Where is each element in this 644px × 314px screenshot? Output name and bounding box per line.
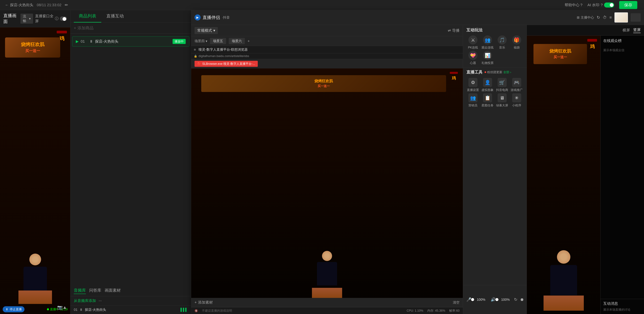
horizontal-view-btn[interactable]: 横屏 xyxy=(622,28,630,33)
audio-pause-icon[interactable]: ⏸ xyxy=(80,308,83,312)
obs-store-sign: 鸡 xyxy=(450,72,458,74)
virtual-avatar-item[interactable]: 👤 虚拟形象 xyxy=(481,78,494,92)
play-icon[interactable]: ▶ xyxy=(76,39,79,44)
vertical-view-btn[interactable]: 竖屏 xyxy=(633,27,641,33)
camera-button[interactable]: 📷▲ xyxy=(57,305,67,310)
guide-button[interactable]: ⇌ 导播 xyxy=(448,28,460,33)
bbq-banner: 烧烤狂欢肌买一送一 xyxy=(5,38,60,58)
lock-icon: 🔒 xyxy=(194,55,197,58)
add-product-button[interactable]: + 添加商品 xyxy=(74,25,188,31)
obs-food xyxy=(312,288,342,298)
mini-program-item[interactable]: ✳ 小程序 xyxy=(510,93,523,107)
menu-icon[interactable]: ≡ xyxy=(610,15,612,20)
audio-item[interactable]: 01 ⏸ 探店-火热街头 ▌▌▌ xyxy=(70,305,191,314)
browser-dot xyxy=(194,49,196,51)
left-digital-human xyxy=(18,254,52,304)
scene-label: 场景四 xyxy=(194,39,204,43)
live-settings-item[interactable]: ⚙ 直播设置 xyxy=(466,78,480,92)
fans-update-text: 粉丝团更新 xyxy=(487,70,502,74)
companion-title: 直播伴侣 xyxy=(202,15,220,21)
tab-qa-library[interactable]: 问答库 xyxy=(89,288,101,294)
save-button[interactable]: 保存 xyxy=(619,1,637,9)
top-bar-left: ← 探店-火热街头 08/11 21:33:02 ✏ xyxy=(5,3,68,8)
fullscreen-label: 直播窗口全屏 xyxy=(35,14,54,24)
refresh-icon[interactable]: ↻ xyxy=(597,15,600,20)
app-item[interactable]: 🔴 SLBrowser.exe 嗖灵-数字人直播平台-... xyxy=(194,61,258,67)
live-settings-icon: ⚙ xyxy=(468,78,478,87)
fullscreen-toggle[interactable] xyxy=(60,17,67,21)
mic-icon[interactable]: 🎤 xyxy=(466,297,472,302)
tab-live-interact[interactable]: 直播互动 xyxy=(101,10,129,23)
music-icon: 🎵 xyxy=(498,36,507,45)
mode-select[interactable]: 常规模式 ▾ xyxy=(194,27,218,34)
audience-notice: 展示本场观众信 xyxy=(603,48,641,53)
wish-icon: 💝 xyxy=(468,51,478,60)
clear-button[interactable]: 清空 xyxy=(453,300,460,305)
add-scene-button[interactable]: + xyxy=(248,39,250,43)
audience-icon: 👥 xyxy=(483,36,492,45)
obs-banner-text: 烧烤狂欢肌买一送一 xyxy=(314,79,333,88)
settings-icon[interactable]: ⏱ xyxy=(603,15,607,20)
stop-live-button[interactable]: ⏸ 停止直播 xyxy=(3,306,24,312)
refresh-audio-icon[interactable]: ↻ xyxy=(514,297,518,302)
ai-watermark-toggle[interactable] xyxy=(604,3,614,8)
quality-label: 流畅 xyxy=(23,14,28,23)
help-center-button[interactable]: 帮助中心 ? xyxy=(565,3,582,8)
interact-notice: 展示本场直播的讨论 xyxy=(603,307,641,312)
browser-bar: 嗖灵-数字人直播平台-联想浏览器 xyxy=(191,46,463,53)
audience-label: 观众连线 xyxy=(482,46,494,50)
host-center-button[interactable]: ⊞ 主播中心 xyxy=(577,15,594,20)
game-promo-icon: 🎮 xyxy=(512,78,521,87)
record-icon[interactable]: ⏺ xyxy=(520,297,524,302)
manager-item[interactable]: 👥 营销员 xyxy=(466,93,480,107)
scene-thumbnail-1[interactable] xyxy=(614,13,628,23)
all-link[interactable]: 全部 › xyxy=(503,70,511,74)
lucky-bag-item[interactable]: 🎁 福袋 xyxy=(510,36,523,50)
add-material-bar: + 添加素材 清空 xyxy=(191,298,463,307)
tab-material[interactable]: 画面素材 xyxy=(105,288,121,294)
audio-name: 探店-火热街头 xyxy=(85,307,106,312)
quality-badge[interactable]: 流畅 ▾ xyxy=(20,14,33,24)
game-notice: 🔇 xyxy=(194,309,198,312)
edit-icon[interactable]: ✏ xyxy=(65,3,68,8)
virtual-avatar-label: 虚拟形象 xyxy=(482,88,494,92)
star-task-item[interactable]: 📋 星图任务 xyxy=(481,93,494,107)
product-item[interactable]: ▶ 01 ⏸ 探店-火热街头 播放中 xyxy=(72,36,189,47)
more-options-button[interactable]: ··· xyxy=(98,298,102,303)
lucky-bag-icon: 🎁 xyxy=(512,36,521,45)
from-library-button[interactable]: 从音频库添加 xyxy=(74,298,96,303)
pk-connect-item[interactable]: ⚔ PK连线 xyxy=(466,36,480,50)
scene-four-tab[interactable]: 场景四 ▾ xyxy=(194,39,207,43)
companion-left: 常规模式 ▾ ⇌ 导播 场景四 ▾ 场 xyxy=(191,25,463,314)
tools-grid: ⚙ 直播设置 👤 虚拟形象 🛒 抖音电商 🎮 xyxy=(463,77,526,110)
douyin-ecom-item[interactable]: 🛒 抖音电商 xyxy=(496,78,509,92)
audio-tools: 从音频库添加 ··· xyxy=(70,296,191,305)
game-promo-item[interactable]: 🎮 游戏推广 xyxy=(510,78,523,92)
person-head xyxy=(29,254,41,265)
scene-thumbnail-2[interactable] xyxy=(630,13,641,22)
audience-connect-item[interactable]: 👥 观众连线 xyxy=(481,36,494,50)
scene-six-button[interactable]: 场景六 xyxy=(229,38,245,44)
help-icon: ? xyxy=(580,3,582,7)
wish-item[interactable]: 💝 心愿 xyxy=(466,51,480,65)
tab-product-list[interactable]: 商品列表 xyxy=(74,10,101,23)
fullscreen-control[interactable]: 直播窗口全屏 ⓘ xyxy=(35,14,67,24)
add-icon: + xyxy=(194,300,197,304)
status-bar: 🔇 不建议直播的游戏说明 CPU: 1.10% 内存: 45.36% 帧率:60 xyxy=(191,307,463,314)
product-name: 探店-火热街头 xyxy=(95,39,170,44)
ai-watermark-control: AI 水印 ? xyxy=(588,3,614,8)
virtual-avatar-icon: 👤 xyxy=(483,78,492,87)
music-item[interactable]: 🎵 音乐 xyxy=(496,36,509,50)
tab-audio-library[interactable]: 音频库 xyxy=(74,288,86,294)
obs-head xyxy=(322,251,332,261)
right-store-sign: 鸡 xyxy=(587,39,597,42)
green-screen-item[interactable]: 🖥 绿幕大屏 xyxy=(496,93,509,107)
add-material-button[interactable]: + 添加素材 xyxy=(194,300,213,305)
gift-vote-icon: 📊 xyxy=(483,51,492,60)
back-button[interactable]: ← 探店-火热街头 08/11 21:33:02 xyxy=(5,3,62,8)
gift-vote-item[interactable]: 📊 礼物投票 xyxy=(481,51,494,65)
scene-five-button[interactable]: 场景五 xyxy=(210,38,226,44)
speaker-icon[interactable]: 🔊 xyxy=(491,297,496,302)
pause-icon[interactable]: ⏸ xyxy=(90,39,93,44)
back-title: 探店-火热街头 xyxy=(10,3,33,8)
